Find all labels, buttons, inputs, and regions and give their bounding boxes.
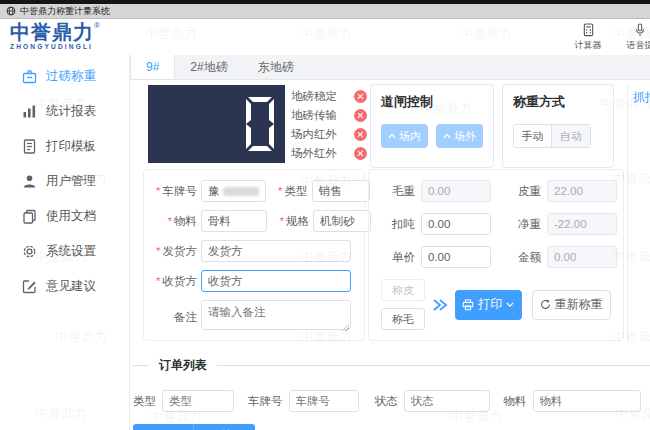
plate-label: 车牌号 <box>151 184 197 199</box>
print-label: 打印 <box>478 296 502 313</box>
sidebar-item-users[interactable]: 用户管理 <box>0 164 129 199</box>
print-button[interactable]: 打印 <box>455 290 522 320</box>
window-title-bar: 中誉鼎力称重计量系统 <box>0 4 650 19</box>
material-label: 物料 <box>151 214 197 229</box>
scale-tabs: 9# 2#地磅 东地磅 <box>130 55 650 80</box>
net-label: 净重 <box>507 217 541 232</box>
status-row: 地磅传输 <box>291 106 367 125</box>
remark-textarea[interactable] <box>201 300 351 330</box>
sidebar-item-label: 统计报表 <box>46 103 96 120</box>
globe-icon <box>6 6 16 16</box>
sidebar-item-label: 用户管理 <box>46 173 96 190</box>
status-label: 地磅稳定 <box>291 89 337 104</box>
plate-input[interactable]: 豫 <box>201 180 266 202</box>
chevron-up-icon <box>443 133 451 139</box>
vertical-divider <box>627 84 628 342</box>
price-input[interactable] <box>421 246 491 268</box>
filter-status-label: 状态 <box>375 394 398 409</box>
weigh-mode-title: 称重方式 <box>513 93 603 111</box>
vehicle-form: 车牌号 豫 类型 物料 规格 发货方 <box>143 169 365 341</box>
amount-label: 金额 <box>507 250 541 265</box>
spec-input[interactable] <box>313 210 371 232</box>
type-label: 类型 <box>272 184 308 199</box>
weighing-content: 地磅稳定 地磅传输 场内红外 场外红外 道闸控制 <box>130 81 650 430</box>
status-row: 地磅稳定 <box>291 87 367 106</box>
voice-tool[interactable]: 语音提 <box>622 23 650 52</box>
scale-icon <box>22 69 37 84</box>
amount-input <box>547 246 617 268</box>
double-chevron-icon <box>432 298 448 312</box>
status-label: 场外红外 <box>291 146 337 161</box>
seven-segment-digit <box>245 96 275 152</box>
weigh-gross-button[interactable]: 称毛 <box>381 308 425 330</box>
plate-redacted-blur <box>223 187 259 196</box>
mode-auto-option[interactable]: 自动 <box>552 125 590 147</box>
more-filters-button[interactable]: 更多 <box>133 424 194 430</box>
search-button[interactable]: 搜索 <box>194 424 255 430</box>
order-list-section: 订单列表 类型 车牌号 状态 物料 <box>133 357 650 430</box>
app-window: 中誉鼎力称重计量系统 中誉鼎力® ZHONGYUDINGLI 计算器 语音提 <box>0 0 650 430</box>
weights-panel: 毛重 皮重 扣吨 净重 单价 金额 <box>368 169 624 341</box>
refresh-icon <box>540 299 551 310</box>
gate-control-title: 道闸控制 <box>381 93 483 111</box>
status-row: 场外红外 <box>291 144 367 163</box>
user-icon <box>22 174 37 189</box>
app-header: 中誉鼎力® ZHONGYUDINGLI 计算器 语音提 <box>0 19 650 55</box>
printer-icon <box>462 299 474 311</box>
deduct-input[interactable] <box>421 213 491 235</box>
tab-scale-9[interactable]: 9# <box>131 55 175 79</box>
filter-plate-input[interactable] <box>289 390 359 412</box>
document-icon <box>22 139 37 154</box>
status-error-icon <box>354 90 367 103</box>
snapshot-link[interactable]: 抓拍 <box>633 89 650 106</box>
gate-inside-label: 场内 <box>399 129 421 144</box>
tare-input <box>547 180 617 202</box>
weigh-tare-button[interactable]: 称皮 <box>381 279 425 301</box>
sidebar-item-weighing[interactable]: 过磅称重 <box>0 59 129 94</box>
scale-display <box>148 85 285 163</box>
filter-status-input[interactable] <box>404 390 490 412</box>
calculator-tool[interactable]: 计算器 <box>570 23 606 52</box>
logo-registered-mark: ® <box>94 21 100 30</box>
logo: 中誉鼎力® ZHONGYUDINGLI <box>10 22 100 51</box>
edit-icon <box>22 279 37 294</box>
gate-outside-button[interactable]: 场外 <box>436 124 483 148</box>
shipper-input[interactable] <box>201 240 351 262</box>
logo-text: 中誉鼎力 <box>10 21 94 43</box>
calculator-icon <box>582 23 595 37</box>
sidebar-item-docs[interactable]: 使用文档 <box>0 199 129 234</box>
receiver-input[interactable] <box>201 270 351 292</box>
status-row: 场内红外 <box>291 125 367 144</box>
sidebar-item-label: 意见建议 <box>46 278 96 295</box>
main-area: 9# 2#地磅 东地磅 地磅稳定 <box>130 55 650 430</box>
filter-buttons: 更多 搜索 <box>133 424 650 430</box>
filter-material-input[interactable] <box>533 390 641 412</box>
filter-type-label: 类型 <box>133 394 156 409</box>
type-input[interactable] <box>312 180 370 202</box>
material-input[interactable] <box>201 210 267 232</box>
deduct-label: 扣吨 <box>381 217 415 232</box>
filter-type-input[interactable] <box>162 390 234 412</box>
sidebar: 过磅称重 统计报表 打印模板 用户管理 <box>0 55 130 430</box>
sidebar-item-label: 打印模板 <box>46 138 96 155</box>
shipper-label: 发货方 <box>151 244 197 259</box>
gross-input <box>421 180 491 202</box>
tab-scale-east[interactable]: 东地磅 <box>243 55 309 79</box>
sidebar-item-print-template[interactable]: 打印模板 <box>0 129 129 164</box>
sidebar-item-feedback[interactable]: 意见建议 <box>0 269 129 304</box>
window-title: 中誉鼎力称重计量系统 <box>20 5 110 18</box>
gate-inside-button[interactable]: 场内 <box>381 124 428 148</box>
mode-manual-option[interactable]: 手动 <box>514 125 552 147</box>
calculator-label: 计算器 <box>575 39 602 52</box>
order-list-divider: 订单列表 <box>133 357 650 374</box>
tab-scale-2[interactable]: 2#地磅 <box>175 55 242 79</box>
status-error-icon <box>354 147 367 160</box>
order-filters: 类型 车牌号 状态 物料 <box>133 390 650 412</box>
status-label: 地磅传输 <box>291 108 337 123</box>
reweigh-button[interactable]: 重新称重 <box>532 290 611 320</box>
caret-down-icon <box>506 302 514 307</box>
sidebar-item-settings[interactable]: 系统设置 <box>0 234 129 269</box>
sidebar-item-reports[interactable]: 统计报表 <box>0 94 129 129</box>
sidebar-item-label: 系统设置 <box>46 243 96 260</box>
gate-control-panel: 道闸控制 场内 场外 <box>370 84 494 168</box>
